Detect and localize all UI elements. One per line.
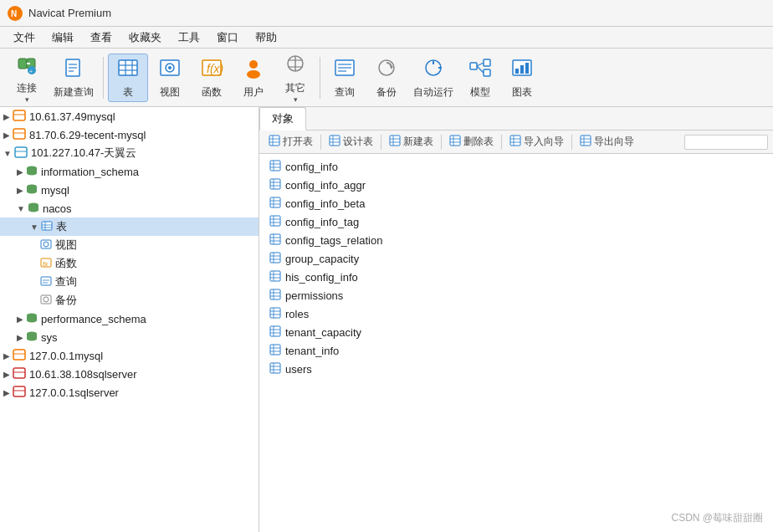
sidebar-item-s4[interactable]: ▶127.0.0.1mysql bbox=[0, 346, 259, 365]
sidebar-label-s3-3-5: 备份 bbox=[55, 293, 77, 308]
menu-item-查看[interactable]: 查看 bbox=[84, 28, 119, 47]
toolbar-label-chart: 图表 bbox=[512, 85, 532, 100]
sidebar-label-s1: 10.61.37.49mysql bbox=[29, 110, 115, 123]
sidebar-label-s3-3-4: 查询 bbox=[55, 274, 77, 289]
menu-item-窗口[interactable]: 窗口 bbox=[210, 28, 245, 47]
table-row[interactable]: group_capacity bbox=[266, 249, 766, 268]
expand-arrow-s3-2[interactable]: ▶ bbox=[17, 186, 23, 195]
action-btn-1[interactable]: 设计表 bbox=[325, 133, 377, 151]
sidebar-item-s3-3-4[interactable]: 查询 bbox=[0, 273, 259, 291]
sidebar-item-s3-5[interactable]: ▶sys bbox=[0, 328, 259, 346]
toolbar-btn-query[interactable]: 查询 bbox=[325, 54, 365, 102]
sidebar-item-s5[interactable]: ▶10.61.38.108sqlserver bbox=[0, 365, 259, 383]
table-row[interactable]: tenant_capacity bbox=[266, 323, 766, 341]
sidebar-item-s3-2[interactable]: ▶mysql bbox=[0, 181, 259, 199]
sidebar-item-s2[interactable]: ▶81.70.6.29-tecent-mysql bbox=[0, 125, 259, 144]
db-icon bbox=[26, 330, 38, 345]
svg-point-18 bbox=[168, 66, 171, 69]
action-btn-5[interactable]: 导出向导 bbox=[576, 133, 638, 151]
svg-point-21 bbox=[249, 60, 258, 69]
table-icon-0 bbox=[269, 160, 281, 174]
action-btn-label-5: 导出向导 bbox=[594, 135, 634, 149]
svg-line-40 bbox=[477, 66, 484, 73]
sidebar-item-s3-3-5[interactable]: 备份 bbox=[0, 291, 259, 309]
svg-rect-44 bbox=[525, 63, 529, 74]
sidebar-item-s3-3[interactable]: ▼nacos bbox=[0, 199, 259, 217]
toolbar-btn-model[interactable]: 模型 bbox=[460, 54, 500, 102]
toolbar-btn-func[interactable]: f(x)函数 bbox=[192, 54, 232, 102]
tab-objects[interactable]: 对象 bbox=[259, 107, 306, 130]
toolbar-dropdown-arrow-other[interactable]: ▾ bbox=[294, 95, 298, 104]
table-row[interactable]: config_info bbox=[266, 157, 766, 176]
table-row[interactable]: config_tags_relation bbox=[266, 231, 766, 249]
search-input[interactable] bbox=[684, 135, 768, 150]
menu-item-文件[interactable]: 文件 bbox=[7, 28, 42, 47]
expand-arrow-s3-1[interactable]: ▶ bbox=[17, 167, 23, 176]
svg-text:fx: fx bbox=[43, 260, 49, 268]
sidebar-label-s4: 127.0.0.1mysql bbox=[29, 350, 103, 362]
title-bar: N Navicat Premium bbox=[0, 0, 773, 27]
toolbar-btn-autorun[interactable]: 自动运行 bbox=[408, 54, 458, 102]
svg-rect-47 bbox=[13, 129, 25, 139]
expand-arrow-s2[interactable]: ▶ bbox=[3, 130, 10, 140]
action-btn-3[interactable]: 删除表 bbox=[445, 133, 498, 151]
sidebar-item-s3-3-2[interactable]: 视图 bbox=[0, 236, 259, 254]
svg-rect-95 bbox=[581, 136, 591, 146]
new-query-icon bbox=[62, 56, 85, 84]
toolbar-btn-backup[interactable]: 备份 bbox=[366, 54, 407, 102]
expand-arrow-s3-3-1[interactable]: ▼ bbox=[30, 223, 38, 232]
toolbar: +连接▾新建查询表视图f(x)函数用户其它▾查询备份自动运行模型图表 bbox=[0, 49, 773, 107]
expand-arrow-s3[interactable]: ▼ bbox=[3, 149, 12, 158]
toolbar-btn-connect[interactable]: +连接▾ bbox=[7, 54, 47, 102]
toolbar-btn-chart[interactable]: 图表 bbox=[502, 54, 542, 102]
toolbar-btn-user[interactable]: 用户 bbox=[233, 54, 274, 102]
menu-item-编辑[interactable]: 编辑 bbox=[45, 28, 80, 47]
expand-arrow-s3-4[interactable]: ▶ bbox=[17, 315, 23, 324]
svg-rect-37 bbox=[484, 59, 490, 66]
table-icon-5 bbox=[269, 252, 281, 266]
sidebar-item-s1[interactable]: ▶10.61.37.49mysql bbox=[0, 107, 259, 125]
svg-text:+: + bbox=[29, 69, 33, 74]
table-row[interactable]: config_info_aggr bbox=[266, 176, 766, 194]
table-row[interactable]: permissions bbox=[266, 286, 766, 304]
table-row[interactable]: his_config_info bbox=[266, 268, 766, 286]
backup-icon bbox=[375, 56, 398, 84]
svg-text:f(x): f(x) bbox=[207, 62, 223, 75]
sidebar-item-s3-3-1[interactable]: ▼表 bbox=[0, 217, 259, 236]
expand-arrow-s4[interactable]: ▶ bbox=[3, 351, 10, 361]
expand-arrow-s3-5[interactable]: ▶ bbox=[17, 333, 23, 342]
table-icon-11 bbox=[269, 362, 281, 376]
sidebar-item-s3[interactable]: ▼101.227.10.47-天翼云 bbox=[0, 144, 259, 162]
action-btn-label-1: 设计表 bbox=[343, 135, 373, 149]
table-row[interactable]: tenant_info bbox=[266, 341, 766, 360]
toolbar-dropdown-arrow-connect[interactable]: ▾ bbox=[25, 95, 29, 104]
table-row[interactable]: roles bbox=[266, 304, 766, 323]
svg-rect-54 bbox=[42, 222, 52, 230]
sidebar-item-s3-1[interactable]: ▶information_schema bbox=[0, 162, 259, 181]
sidebar-item-s6[interactable]: ▶127.0.0.1sqlserver bbox=[0, 383, 259, 402]
sidebar-item-s3-3-3[interactable]: fx函数 bbox=[0, 254, 259, 273]
action-btn-0[interactable]: 打开表 bbox=[264, 133, 317, 151]
action-btn-4[interactable]: 导入向导 bbox=[505, 133, 568, 151]
svg-rect-123 bbox=[270, 271, 280, 281]
svg-rect-69 bbox=[13, 350, 25, 360]
toolbar-btn-new-query[interactable]: 新建查询 bbox=[49, 54, 99, 102]
toolbar-btn-view[interactable]: 视图 bbox=[150, 54, 190, 102]
toolbar-btn-other[interactable]: 其它▾ bbox=[275, 54, 315, 102]
table-row[interactable]: config_info_beta bbox=[266, 194, 766, 212]
table-row[interactable]: users bbox=[266, 360, 766, 378]
query-icon bbox=[333, 56, 356, 84]
svg-rect-71 bbox=[13, 368, 25, 378]
content-area: 对象 打开表设计表新建表删除表导入向导导出向导 config_infoconfi… bbox=[259, 107, 773, 532]
expand-arrow-s6[interactable]: ▶ bbox=[3, 388, 10, 397]
menu-item-工具[interactable]: 工具 bbox=[171, 28, 207, 47]
expand-arrow-s1[interactable]: ▶ bbox=[3, 112, 10, 121]
expand-arrow-s3-3[interactable]: ▼ bbox=[17, 204, 25, 213]
toolbar-btn-table[interactable]: 表 bbox=[108, 54, 148, 102]
menu-item-收藏夹[interactable]: 收藏夹 bbox=[122, 28, 168, 47]
menu-item-帮助[interactable]: 帮助 bbox=[248, 28, 284, 47]
sidebar-item-s3-4[interactable]: ▶performance_schema bbox=[0, 309, 259, 328]
action-btn-2[interactable]: 新建表 bbox=[385, 133, 438, 151]
table-row[interactable]: config_info_tag bbox=[266, 212, 766, 231]
expand-arrow-s5[interactable]: ▶ bbox=[3, 370, 10, 379]
